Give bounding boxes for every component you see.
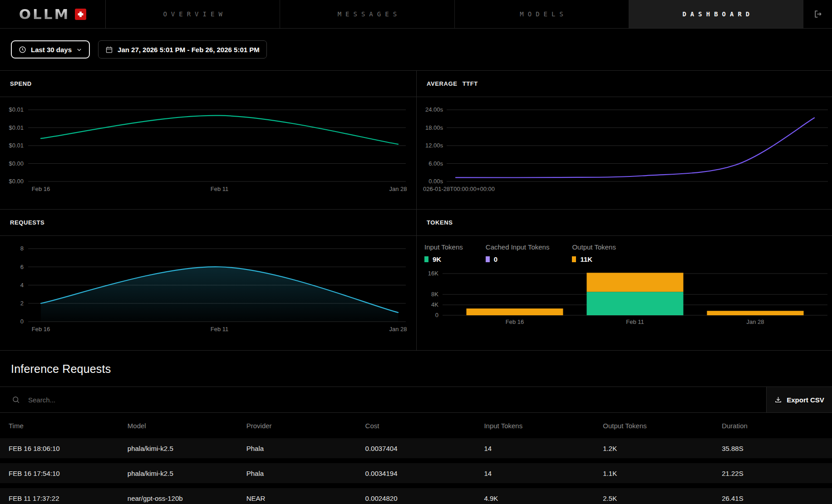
table-cell: phala/kimi-k2.5 xyxy=(119,470,238,477)
ttft-panel-title: AVERAGE TTFT xyxy=(417,71,832,97)
table-toolbar: Export CSV xyxy=(0,387,832,413)
page-title: Inference Requests xyxy=(11,362,821,376)
table-row[interactable]: FEB 16 17:54:10phala/kimi-k2.5Phala0.003… xyxy=(0,463,832,483)
legend-label: Input Tokens xyxy=(424,243,463,251)
date-range-label: Jan 27, 2026 5:01 PM - Feb 26, 2026 5:01… xyxy=(118,46,260,54)
svg-text:4K: 4K xyxy=(431,301,438,308)
table-cell: Phala xyxy=(238,445,357,452)
svg-text:Feb 11: Feb 11 xyxy=(211,186,229,192)
charts-grid: SPEND $0.00$0.00$0.01$0.01$0.01Feb 16Feb… xyxy=(0,70,832,351)
search-box[interactable] xyxy=(0,387,766,412)
tab-dashboard[interactable]: DASHBOARD xyxy=(629,0,803,28)
table-cell: NEAR xyxy=(238,494,357,502)
ttft-panel: AVERAGE TTFT 0.00s6.00s12.00s18.00s24.00… xyxy=(417,71,832,210)
legend-output-tokens: Output Tokens 11K xyxy=(572,243,615,263)
column-header: Provider xyxy=(238,422,357,430)
tokens-panel-title: TOKENS xyxy=(417,210,832,236)
table-cell: near/gpt-oss-120b xyxy=(119,494,238,502)
legend-swatch-cached xyxy=(486,256,490,262)
tab-messages[interactable]: MESSAGES xyxy=(280,0,454,28)
legend-value: 0 xyxy=(494,255,497,263)
ttft-chart: 0.00s6.00s12.00s18.00s24.00s026-01-28T00… xyxy=(417,97,832,209)
inference-section: Inference Requests Export CSV TimeModelP… xyxy=(0,351,832,504)
date-range-button[interactable]: Jan 27, 2026 5:01 PM - Feb 26, 2026 5:01… xyxy=(98,40,267,59)
legend-swatch-output xyxy=(572,256,576,262)
legend-value: 9K xyxy=(433,255,441,263)
svg-text:16K: 16K xyxy=(428,270,438,277)
table-cell: FEB 16 17:54:10 xyxy=(0,470,119,477)
search-icon xyxy=(12,396,20,404)
time-range-button[interactable]: Last 30 days xyxy=(11,40,90,59)
svg-text:$0.01: $0.01 xyxy=(9,124,24,131)
table-cell: 1.2K xyxy=(594,445,713,452)
svg-text:18.00s: 18.00s xyxy=(425,124,443,131)
time-range-label: Last 30 days xyxy=(31,46,72,54)
tokens-panel: TOKENS Input Tokens 9K Cached Input Toke… xyxy=(417,210,832,350)
legend-label: Output Tokens xyxy=(572,243,615,251)
column-header: Duration xyxy=(713,422,832,430)
table-row[interactable]: FEB 16 18:06:10phala/kimi-k2.5Phala0.003… xyxy=(0,438,832,458)
table-cell: 21.22S xyxy=(713,470,832,477)
legend-input-tokens: Input Tokens 9K xyxy=(424,243,463,263)
svg-text:Feb 16: Feb 16 xyxy=(506,318,524,325)
column-header: Cost xyxy=(357,422,476,430)
table-cell: 0.0024820 xyxy=(357,494,476,502)
svg-text:$0.01: $0.01 xyxy=(9,142,24,149)
svg-text:026-01-28T00:00:00+00:00: 026-01-28T00:00:00+00:00 xyxy=(423,186,495,192)
table-cell: 35.88S xyxy=(713,445,832,452)
legend-value: 11K xyxy=(580,255,592,263)
table-cell: phala/kimi-k2.5 xyxy=(119,445,238,452)
svg-text:Feb 16: Feb 16 xyxy=(32,326,50,333)
requests-panel-title: REQUESTS xyxy=(0,210,416,236)
table-cell: 0.0034194 xyxy=(357,470,476,477)
table-cell: FEB 11 17:37:22 xyxy=(0,494,119,502)
tab-overview[interactable]: OVERVIEW xyxy=(106,0,280,28)
svg-text:Feb 11: Feb 11 xyxy=(626,318,644,325)
swiss-cross-icon xyxy=(75,9,86,20)
logout-icon xyxy=(813,10,822,19)
svg-text:6.00s: 6.00s xyxy=(428,160,443,167)
svg-text:0: 0 xyxy=(435,312,438,318)
svg-text:2: 2 xyxy=(20,300,24,307)
svg-text:24.00s: 24.00s xyxy=(425,106,443,113)
svg-text:0: 0 xyxy=(20,318,24,325)
tokens-legend: Input Tokens 9K Cached Input Tokens 0 Ou… xyxy=(417,243,832,263)
top-nav: OLLM OVERVIEW MESSAGES MODELS DASHBOARD xyxy=(0,0,832,29)
table-cell: 0.0037404 xyxy=(357,445,476,452)
table-cell: Phala xyxy=(238,470,357,477)
column-header: Time xyxy=(0,422,119,430)
column-header: Input Tokens xyxy=(475,422,594,430)
table-cell: 1.1K xyxy=(594,470,713,477)
export-csv-button[interactable]: Export CSV xyxy=(766,387,832,412)
export-csv-label: Export CSV xyxy=(787,396,824,404)
legend-label: Cached Input Tokens xyxy=(486,243,550,251)
svg-text:Jan 28: Jan 28 xyxy=(389,186,407,192)
table-body: FEB 16 18:06:10phala/kimi-k2.5Phala0.003… xyxy=(0,438,832,504)
svg-text:Jan 28: Jan 28 xyxy=(746,318,764,325)
column-header: Model xyxy=(119,422,238,430)
logo[interactable]: OLLM xyxy=(0,0,106,28)
spend-panel: SPEND $0.00$0.00$0.01$0.01$0.01Feb 16Feb… xyxy=(0,71,417,210)
logout-button[interactable] xyxy=(803,0,832,28)
table-header: TimeModelProviderCostInput TokensOutput … xyxy=(0,413,832,438)
requests-chart: 02468Feb 16Feb 11Jan 28 xyxy=(0,236,416,349)
svg-text:$0.00: $0.00 xyxy=(9,178,24,185)
svg-text:Feb 11: Feb 11 xyxy=(211,326,229,333)
tokens-chart: 04K8K16KFeb 16Feb 11Jan 28 xyxy=(417,268,832,339)
spend-chart: $0.00$0.00$0.01$0.01$0.01Feb 16Feb 11Jan… xyxy=(0,97,416,209)
table-cell: 14 xyxy=(475,445,594,452)
svg-text:$0.00: $0.00 xyxy=(9,160,24,167)
svg-text:Jan 28: Jan 28 xyxy=(389,326,407,333)
svg-text:8: 8 xyxy=(20,245,24,252)
table-cell: 2.5K xyxy=(594,494,713,502)
legend-swatch-input xyxy=(424,256,428,262)
search-input[interactable] xyxy=(27,396,766,404)
table-row[interactable]: FEB 11 17:37:22near/gpt-oss-120bNEAR0.00… xyxy=(0,488,832,504)
svg-text:Feb 16: Feb 16 xyxy=(32,186,50,192)
calendar-icon xyxy=(105,46,113,54)
legend-cached-input-tokens: Cached Input Tokens 0 xyxy=(486,243,550,263)
spend-panel-title: SPEND xyxy=(0,71,416,97)
tab-models[interactable]: MODELS xyxy=(454,0,629,28)
table-cell: 4.9K xyxy=(475,494,594,502)
download-icon xyxy=(774,396,782,404)
